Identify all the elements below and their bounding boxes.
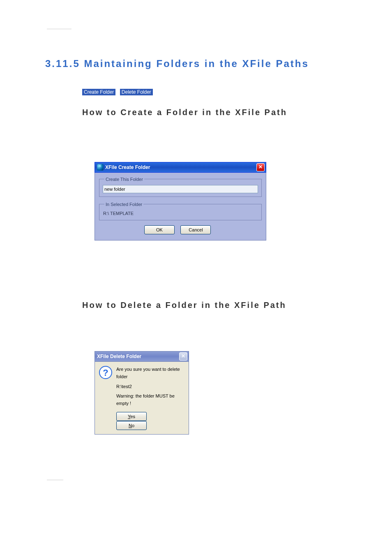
- delete-msg-line1: Are you sure you want to delete folder: [116, 366, 184, 380]
- delete-intro-3: The XFile Delete Folder dialog box is di…: [82, 339, 355, 347]
- create-dialog-body: Create This Folder In Selected Folder R:…: [95, 173, 266, 240]
- create-dialog-title: XFile Create Folder: [105, 164, 256, 170]
- create-dialog: XFile Create Folder ✕ Create This Folder…: [95, 162, 266, 240]
- delete-subheading: How to Delete a Folder in the XFile Path: [82, 301, 355, 310]
- svg-text:?: ?: [103, 368, 108, 378]
- delete-outro-2: displayed (the folder will not be delete…: [82, 452, 355, 459]
- delete-folder-pill: Delete Folder: [120, 89, 153, 95]
- close-icon[interactable]: ✕: [256, 163, 265, 171]
- delete-outro-1: Click on Yes to confirm or No to cancel.…: [82, 442, 355, 449]
- delete-dialog-body: ? Are you sure you want to delete folder…: [95, 362, 189, 435]
- create-outro-2: new folder. If the folder name is alread…: [82, 258, 355, 266]
- delete-msg-line2: R:\test2: [116, 383, 184, 391]
- folder-name-input[interactable]: [103, 185, 258, 193]
- delete-dialog-titlebar[interactable]: XFile Delete Folder ✕: [95, 351, 189, 362]
- app-icon: [97, 164, 104, 171]
- create-outro-3: Click on OK to clear the error message a…: [82, 268, 355, 275]
- cancel-button[interactable]: Cancel: [180, 225, 211, 234]
- create-dialog-titlebar[interactable]: XFile Create Folder ✕: [95, 162, 266, 173]
- delete-intro-1: To delete a folder in the XFile path, se…: [82, 318, 355, 326]
- ok-button[interactable]: OK: [144, 225, 175, 234]
- create-outro-1: Enter the desired folder name in the Cre…: [82, 249, 355, 256]
- delete-intro-2: click on the Delete Folder button.: [82, 328, 355, 335]
- create-folder-pill: Create Folder: [82, 89, 115, 95]
- delete-dialog-title: XFile Delete Folder: [97, 354, 179, 359]
- section-heading: 3.11.5 Maintaining Folders in the XFile …: [45, 58, 355, 69]
- pill-row: Create Folder Delete Folder: [82, 88, 355, 95]
- create-this-folder-legend: Create This Folder: [104, 177, 144, 182]
- delete-msg-line3: Warning: the folder MUST be empty !: [116, 393, 184, 407]
- question-icon: ?: [99, 366, 112, 379]
- close-icon[interactable]: ✕: [179, 352, 187, 361]
- create-intro-2: placed, then click on the Create Folder …: [82, 135, 355, 143]
- in-selected-folder-group: In Selected Folder R:\ TEMPLATE: [99, 202, 262, 220]
- yes-button[interactable]: Yes: [116, 412, 147, 421]
- top-rule: [47, 29, 71, 29]
- in-selected-folder-legend: In Selected Folder: [104, 202, 143, 207]
- selected-folder-path: R:\ TEMPLATE: [103, 210, 258, 217]
- delete-dialog: XFile Delete Folder ✕ ? Are you sure you…: [95, 351, 189, 435]
- create-subheading: How to Create a Folder in the XFile Path: [82, 108, 355, 117]
- create-intro-1: To create a folder in the XFile path, se…: [82, 125, 355, 133]
- no-button[interactable]: No: [116, 421, 147, 430]
- create-intro-3: The XFile Create Folder dialog box is di…: [82, 146, 355, 154]
- create-this-folder-group: Create This Folder: [99, 177, 262, 197]
- bottom-rule: [47, 480, 63, 480]
